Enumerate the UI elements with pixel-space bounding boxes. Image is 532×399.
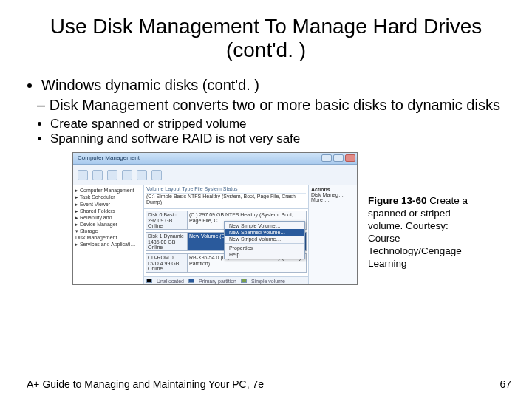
tree-item: ▸ Event Viewer [75, 201, 141, 208]
window-titlebar: Computer Management [73, 153, 357, 165]
legend-label: Primary partition [199, 279, 236, 284]
context-menu-item: New Simple Volume… [225, 222, 304, 229]
legend-label: Unallocated [157, 279, 184, 284]
bullet-list-l2: Disk Management converts two or more bas… [21, 97, 511, 114]
tree-item: ▸ Computer Management [75, 187, 141, 194]
window-title-text: Computer Management [78, 154, 140, 161]
volume-table: Volume Layout Type File System Status (C… [144, 185, 308, 209]
context-menu-item: New Spanned Volume… [225, 229, 304, 236]
tree-item: ▸ Services and Applicati… [75, 241, 141, 248]
context-menu-item: Help [225, 251, 304, 258]
tree-item: ▾ Storage [75, 228, 141, 234]
bullet-l2: Disk Management converts two or more bas… [37, 97, 511, 114]
tree-item: ▸ Device Manager [75, 221, 141, 228]
actions-title: Actions [311, 187, 355, 192]
legend-swatch-primary [188, 279, 194, 283]
tree-item: Disk Management [75, 234, 141, 241]
page-number: 67 [499, 378, 511, 390]
legend-swatch-simple [241, 279, 247, 283]
max-icon [333, 154, 344, 162]
actions-item: More … [311, 197, 355, 202]
tool-icon [122, 170, 132, 180]
footer-left: A+ Guide to Managing and Maintaining You… [27, 378, 264, 390]
screenshot: Computer Management ▸ Computer Managemen… [72, 152, 358, 285]
legend-label: Simple volume [251, 279, 285, 284]
figure-area: Computer Management ▸ Computer Managemen… [72, 152, 511, 285]
table-row: (C:) Simple Basic NTFS Healthy (System, … [146, 194, 306, 206]
tool-icon [92, 170, 103, 180]
context-menu-item: Properties [225, 245, 304, 251]
tree-item: ▸ Task Scheduler [75, 194, 141, 200]
bullet-list-l3: Create spanned or stripped volume Spanni… [21, 117, 511, 146]
min-icon [321, 154, 332, 162]
tool-icon [107, 170, 117, 180]
disk-label: Disk 0 Basic 297.09 GB Online [146, 211, 188, 229]
bullet-list-l1: Windows dynamic disks (cont'd. ) [21, 77, 511, 94]
table-header: Volume Layout Type File System Status [146, 186, 306, 193]
tool-icon [151, 170, 162, 180]
actions-pane: Actions Disk Manag… More … [308, 185, 357, 284]
caption-bold: Figure 13-60 [368, 195, 427, 206]
window-buttons [321, 154, 355, 162]
bullet-l3a: Create spanned or stripped volume [50, 117, 511, 132]
tool-icon [78, 170, 88, 180]
slide-title: Use Disk Management To Manage Hard Drive… [21, 15, 511, 62]
tree-item: ▸ Shared Folders [75, 208, 141, 214]
disk-label: CD-ROM 0 DVD 4.99 GB Online [146, 254, 188, 272]
disk-label: Disk 1 Dynamic 1436.00 GB Online [146, 233, 188, 250]
bullet-l3b: Spanning and software RAID is not very s… [50, 132, 511, 146]
actions-item: Disk Manag… [311, 192, 355, 197]
figure-caption: Figure 13-60 Create a spanned or striped… [368, 152, 480, 270]
close-icon [345, 154, 355, 162]
tool-icon [137, 170, 147, 180]
bullet-l1: Windows dynamic disks (cont'd. ) [41, 77, 511, 94]
context-menu-item: New Striped Volume… [225, 236, 304, 242]
legend-swatch-unallocated [146, 279, 152, 283]
context-menu: New Simple Volume…New Spanned Volume…New… [224, 221, 305, 259]
nav-tree: ▸ Computer Management ▸ Task Scheduler ▸… [73, 185, 144, 284]
toolbar [73, 165, 357, 185]
tree-item: ▸ Reliability and… [75, 214, 141, 221]
legend: Unallocated Primary partition Simple vol… [144, 276, 308, 284]
